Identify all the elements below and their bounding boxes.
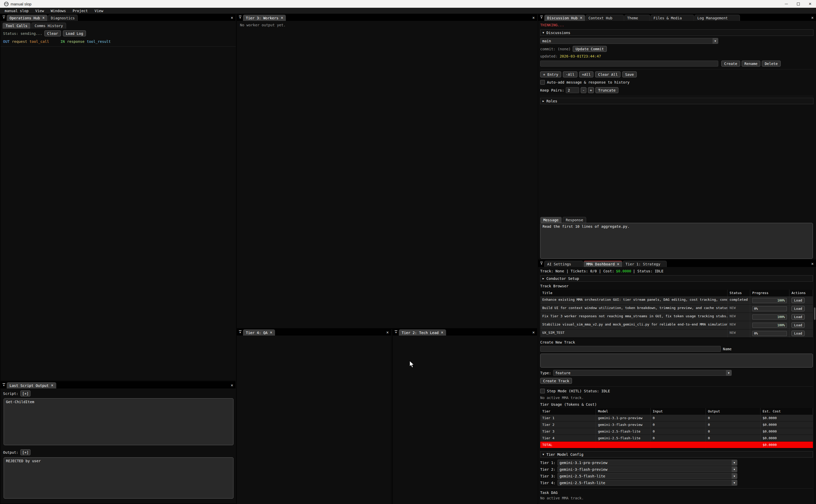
menu-manual-slop[interactable]: manual slop	[5, 9, 29, 13]
auto-add-checkbox[interactable]	[540, 80, 545, 85]
panel-close-icon[interactable]: ×	[231, 14, 233, 21]
script-expand-button[interactable]: [+]	[20, 391, 30, 396]
step-mode-checkbox[interactable]	[540, 389, 545, 393]
close-window-button[interactable]: ×	[804, 0, 816, 8]
input-cell: 0	[651, 428, 706, 435]
tab-tier4-qa[interactable]: Tier 4: QA ×	[243, 329, 275, 336]
tab-ai-settings[interactable]: AI Settings	[544, 261, 583, 267]
collapse-icon[interactable]: ▼	[539, 14, 544, 21]
tier2-model-select[interactable]: gemini-3-flash-preview ▼	[558, 466, 737, 472]
update-commit-button[interactable]: Update Commit	[573, 46, 607, 52]
tab-mma-dashboard[interactable]: MMA Dashboard ×	[584, 261, 622, 267]
add-entry-button[interactable]: + Entry	[540, 71, 561, 77]
create-button[interactable]: Create	[721, 61, 740, 67]
tab-log-management[interactable]: Log Management	[694, 15, 740, 21]
tab-close-icon[interactable]: ×	[281, 16, 283, 20]
tier-cell: Tier 2	[540, 421, 596, 428]
rename-button[interactable]: Rename	[742, 61, 761, 67]
create-track-button[interactable]: Create Track	[540, 378, 572, 384]
load-log-button[interactable]: Load Log	[63, 30, 86, 36]
menu-project[interactable]: Project	[72, 9, 88, 13]
menu-view-2[interactable]: View	[94, 9, 103, 13]
load-track-button[interactable]: Load	[791, 306, 805, 311]
column-header: Status	[728, 290, 750, 296]
load-track-button[interactable]: Load	[791, 314, 805, 320]
load-track-button[interactable]: Load	[791, 331, 805, 336]
tab-tier3-workers[interactable]: Tier 3: Workers ×	[243, 15, 286, 21]
tab-label: MMA Dashboard	[586, 262, 615, 266]
tier1-model-select[interactable]: gemini-3.1-pro-preview ▼	[558, 460, 737, 466]
track-actions-cell: Load	[789, 305, 813, 313]
tab-diagnostics[interactable]: Diagnostics	[48, 15, 78, 21]
tab-operations-hub[interactable]: Operations Hub ×	[7, 15, 47, 21]
discussions-header[interactable]: ▼ Discussions	[540, 29, 813, 36]
panel-close-icon[interactable]: ×	[811, 14, 814, 21]
column-divider[interactable]	[537, 14, 538, 503]
minimize-button[interactable]	[780, 0, 792, 8]
column-divider[interactable]	[236, 14, 236, 503]
message-textarea[interactable]: Read the first 10 lines of aggregate.py.	[540, 223, 813, 259]
roles-header[interactable]: ▶ Roles	[540, 98, 813, 104]
output-expand-button[interactable]: [+]	[20, 449, 30, 455]
menu-windows[interactable]: Windows	[51, 9, 66, 13]
tab-theme[interactable]: Theme	[624, 15, 650, 21]
tab-context-hub[interactable]: Context Hub	[586, 15, 624, 21]
tier-model-config-header[interactable]: ▼ Tier Model Config	[540, 451, 813, 458]
tier3-model-select[interactable]: gemini-2.5-flash-lite ▼	[558, 473, 737, 479]
expand-all-button[interactable]: +All	[579, 71, 594, 77]
scrollbar-handle[interactable]	[814, 307, 815, 320]
save-button[interactable]: Save	[622, 71, 637, 77]
clear-button[interactable]: Clear	[44, 30, 61, 36]
conductor-setup-header[interactable]: ▶ Conductor Setup	[540, 275, 813, 282]
track-type-select[interactable]: feature ▼	[553, 370, 732, 376]
panel-close-icon[interactable]: ×	[231, 382, 233, 388]
load-track-button[interactable]: Load	[791, 322, 805, 328]
collapse-icon[interactable]: ▼	[539, 261, 544, 267]
delete-button[interactable]: Delete	[762, 61, 781, 67]
panel-close-icon[interactable]: ×	[532, 329, 535, 336]
collapse-icon[interactable]: ▼	[237, 329, 243, 336]
maximize-button[interactable]	[792, 0, 804, 8]
script-textarea[interactable]: Get-ChildItem	[4, 398, 233, 445]
discussion-select[interactable]: main ▼	[540, 38, 718, 44]
tab-tier2-tech-lead[interactable]: Tier 2: Tech Lead ×	[399, 329, 446, 336]
track-name-input[interactable]	[540, 346, 721, 352]
tab-response[interactable]: Response	[563, 217, 586, 223]
keep-pairs-input[interactable]	[566, 87, 579, 93]
discussion-name-input[interactable]	[540, 61, 718, 67]
menu-view-1[interactable]: View	[35, 9, 44, 13]
collapse-icon[interactable]: ▼	[393, 329, 399, 336]
tab-close-icon[interactable]: ×	[51, 384, 53, 387]
tab-close-icon[interactable]: ×	[617, 262, 619, 266]
tab-close-icon[interactable]: ×	[270, 331, 272, 335]
tab-close-icon[interactable]: ×	[42, 16, 45, 20]
load-track-button[interactable]: Load	[791, 298, 805, 303]
tab-files-media[interactable]: Files & Media	[651, 15, 694, 21]
output-textarea[interactable]: REJECTED by user	[4, 457, 233, 499]
vertical-scrollbar[interactable]	[813, 267, 816, 503]
tab-comms-history[interactable]: Comms History	[31, 23, 66, 29]
tab-tool-calls[interactable]: Tool Calls	[3, 23, 30, 29]
tab-close-icon[interactable]: ×	[441, 331, 443, 335]
clear-all-button[interactable]: Clear All	[595, 71, 620, 77]
progress-label: 100%	[777, 299, 785, 302]
tab-tier1-strategy[interactable]: Tier 1: Strategy	[623, 261, 667, 267]
tab-last-script-output[interactable]: Last Script Output ×	[7, 382, 56, 388]
truncate-button[interactable]: Truncate	[595, 87, 618, 93]
panel-close-icon[interactable]: ×	[532, 14, 535, 21]
increment-button[interactable]: +	[588, 87, 594, 93]
decrement-button[interactable]: -	[581, 87, 586, 93]
panel-close-icon[interactable]: ×	[811, 261, 814, 267]
tier4-model-select[interactable]: gemini-2.5-flash-lite ▼	[558, 480, 737, 486]
panel-close-icon[interactable]: ×	[386, 329, 389, 336]
collapse-icon[interactable]: ▼	[1, 382, 7, 388]
collapse-all-button[interactable]: -All	[563, 71, 577, 77]
tab-close-icon[interactable]: ×	[580, 16, 582, 20]
column-divider[interactable]	[392, 329, 392, 504]
collapse-icon[interactable]: ▼	[237, 14, 243, 21]
tab-discussion-hub[interactable]: Discussion Hub ×	[544, 15, 585, 21]
tab-message[interactable]: Message	[540, 217, 562, 223]
track-description-textarea[interactable]	[540, 354, 813, 368]
output-label: Output:	[3, 450, 18, 454]
collapse-icon[interactable]: ▼	[1, 14, 7, 21]
